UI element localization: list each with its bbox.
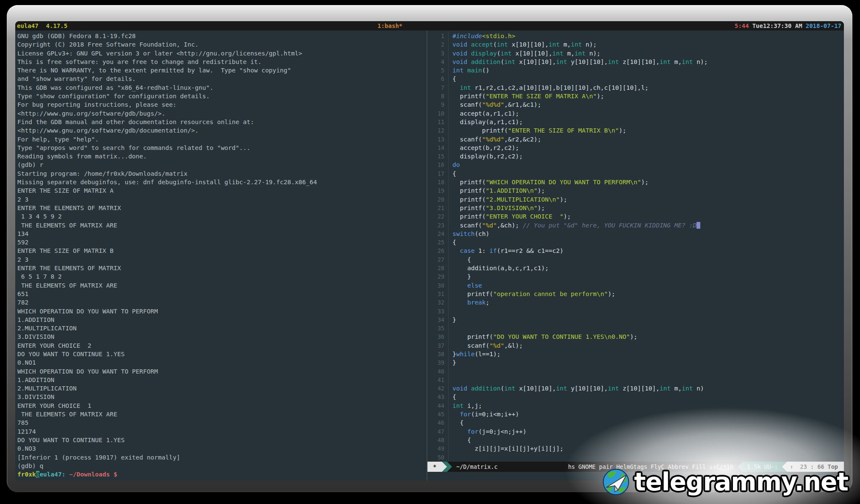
terminal-line: 0.NO3 xyxy=(17,444,427,453)
line-number: 23 xyxy=(427,221,449,230)
line-number: 32 xyxy=(427,298,449,307)
terminal-line: <http://www.gnu.org/software/gdb/documen… xyxy=(17,126,427,135)
line-number: 22 xyxy=(427,212,449,221)
code-line: 4void addition(int x[10][10],int y[10][1… xyxy=(427,58,844,66)
terminal-line: 785 xyxy=(17,418,427,427)
terminal-line: Missing separate debuginfos, use: dnf de… xyxy=(17,178,427,186)
statusline-filename: ~/D/matrix.c xyxy=(452,462,498,472)
code-line: 19 printf("1.ADDITION\n"); xyxy=(427,186,844,195)
line-number: 35 xyxy=(427,324,449,332)
line-number: 34 xyxy=(427,316,449,324)
prompt-symbol: $ xyxy=(114,471,117,478)
terminal-line: Reading symbols from matrix...done. xyxy=(17,152,427,161)
terminal-line: 6 5 1 7 8 2 xyxy=(17,272,427,281)
terminal-line: 2.MULTIPLICATION xyxy=(17,384,427,393)
code-line: 28 addition(a,b,c,r1,c1); xyxy=(427,264,844,272)
code-line: 21 printf("3.DIVISION\n"); xyxy=(427,204,844,212)
terminal-line: This GDB was configured as "x86_64-redha… xyxy=(17,83,427,92)
terminal-line: 2 3 xyxy=(17,255,427,264)
code-line: 14 accept(b,r2,c2); xyxy=(427,144,844,152)
code-line: 27 { xyxy=(427,255,844,264)
statusline-mode-indicator: * xyxy=(427,462,442,472)
line-number: 7 xyxy=(427,83,449,92)
line-number: 31 xyxy=(427,290,449,298)
tmux-clock-date: 2018-07-17 xyxy=(806,22,841,29)
terminal-line: There is NO WARRANTY, to the extent perm… xyxy=(17,66,427,75)
terminal-line: For bug reporting instructions, please s… xyxy=(17,100,427,109)
line-number: 49 xyxy=(427,444,449,453)
line-number: 3 xyxy=(427,49,449,58)
code-line: 8 printf("ENTER THE SIZE OF MATRIX A\n")… xyxy=(427,92,844,100)
code-line: 25{ xyxy=(427,238,844,246)
tmux-clock: 5:44 Tue12:37:30 AM 2018-07-17 xyxy=(735,22,844,29)
line-number: 30 xyxy=(427,281,449,290)
prompt-host: eula47: xyxy=(39,471,65,478)
line-number: 33 xyxy=(427,307,449,316)
code-line: 31 printf("operation cannot be perform\n… xyxy=(427,290,844,298)
terminal-line: WHICH OPERATION DO YOU WANT TO PERFORM xyxy=(17,367,427,376)
code-line: 16do xyxy=(427,161,844,169)
line-number: 45 xyxy=(427,410,449,418)
line-number: 46 xyxy=(427,418,449,427)
code-line: 30 else xyxy=(427,281,844,290)
line-number: 47 xyxy=(427,427,449,436)
code-line: 39} xyxy=(427,358,844,367)
watermark: telegrammy.net xyxy=(602,468,848,496)
code-line: 42void addition(int x[10][10],int y[10][… xyxy=(427,384,844,393)
code-line: 6{ xyxy=(427,75,844,83)
terminal-line: Find the GDB manual and other documentat… xyxy=(17,118,427,126)
line-number: 13 xyxy=(427,135,449,144)
powerline-arrow-icon xyxy=(447,462,452,472)
line-number: 40 xyxy=(427,367,449,376)
code-line: 24switch(ch) xyxy=(427,230,844,238)
terminal-line: Type "show configuration" for configurat… xyxy=(17,92,427,100)
line-number: 38 xyxy=(427,350,449,358)
tmux-session-name: eula47 xyxy=(15,22,39,29)
terminal-line: 1.ADDITION xyxy=(17,376,427,384)
terminal-line: THE ELEMENTS OF MATRIX ARE xyxy=(17,410,427,418)
line-number: 29 xyxy=(427,272,449,281)
code-line: 34} xyxy=(427,316,844,324)
shell-prompt[interactable]: fr0xk@eula47: ~/Downloads $ xyxy=(17,470,427,479)
line-number: 43 xyxy=(427,393,449,401)
line-number: 28 xyxy=(427,264,449,272)
code-line: 32 break; xyxy=(427,298,844,307)
tmux-clock-time: Tue12:37:30 AM xyxy=(752,22,802,29)
code-line: 41 xyxy=(427,376,844,384)
terminal-line: Type "apropos word" to search for comman… xyxy=(17,144,427,152)
code-line: 3void display(int x[10][10],int m,int n)… xyxy=(427,49,844,58)
line-number: 17 xyxy=(427,169,449,178)
code-line: 22 printf("ENTER YOUR CHOICE "); xyxy=(427,212,844,221)
terminal-line: 2.MULTIPLICATION xyxy=(17,324,427,332)
terminal-line: 134 xyxy=(17,230,427,238)
tmux-status-bar: eula47 4.17.5 1:bash* 5:44 Tue12:37:30 A… xyxy=(15,21,844,30)
code-line: 36 printf("DO YOU WANT TO CONTINUE 1.YES… xyxy=(427,332,844,341)
line-number: 11 xyxy=(427,118,449,126)
terminal-line: (gdb) r xyxy=(17,161,427,169)
code-line: 1#include<stdio.h> xyxy=(427,32,844,40)
terminal-line: THE ELEMENTS OF MATRIX ARE xyxy=(17,281,427,290)
line-number: 10 xyxy=(427,109,449,118)
line-number: 6 xyxy=(427,75,449,83)
terminal-line: ENTER YOUR CHOICE 2 xyxy=(17,341,427,350)
terminal-line: 2 3 xyxy=(17,195,427,204)
line-number: 12 xyxy=(427,126,449,135)
terminal-line: and "show warranty" for details. xyxy=(17,75,427,83)
code-line: 7 int r1,r2,c1,c2,a[10][10],b[10][10],ch… xyxy=(427,83,844,92)
gdb-pane[interactable]: GNU gdb (GDB) Fedora 8.1-19.fc28Copyrigh… xyxy=(15,30,427,481)
code-line: 40 xyxy=(427,367,844,376)
line-number: 25 xyxy=(427,238,449,246)
prompt-path: ~/Downloads xyxy=(66,471,114,478)
code-line: 23 scanf("%d",&ch); // You put "&d" here… xyxy=(427,221,844,230)
tmux-window-tab[interactable]: 1:bash* xyxy=(377,22,402,29)
terminal-line: 592 xyxy=(17,238,427,246)
terminal-line: ENTER THE ELEMENTS OF MATRIX xyxy=(17,204,427,212)
terminal-line: Copyright (C) 2018 Free Software Foundat… xyxy=(17,40,427,49)
code-line: 43{ xyxy=(427,393,844,401)
terminal-line: ENTER THE SIZE OF MATRIX A xyxy=(17,186,427,195)
line-number: 16 xyxy=(427,161,449,169)
text-cursor xyxy=(696,222,700,229)
terminal-line: THE ELEMENTS OF MATRIX ARE xyxy=(17,221,427,230)
tmux-version: 4.17.5 xyxy=(46,22,68,29)
watermark-text: telegrammy.net xyxy=(634,468,848,496)
